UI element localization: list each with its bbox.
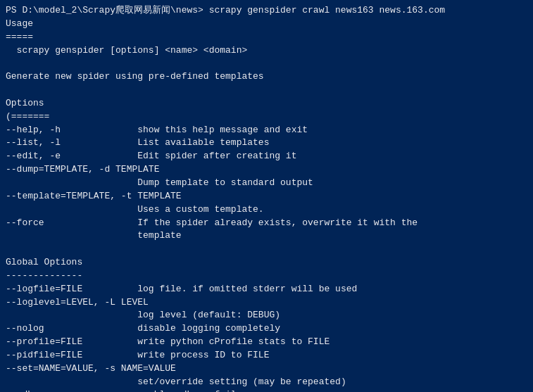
line-21: -------------- xyxy=(6,270,527,283)
line-8: Options xyxy=(6,97,527,110)
line-9: (======= xyxy=(6,110,527,124)
line-17: --force If the spider already exists, ov… xyxy=(6,217,527,230)
line-26: --profile=FILE write python cProfile sta… xyxy=(6,336,527,349)
line-2: Usage xyxy=(6,18,527,31)
line-14: Dump template to standard output xyxy=(6,177,527,190)
line-13: --dump=TEMPLATE, -d TEMPLATE xyxy=(6,163,527,177)
line-5 xyxy=(6,57,527,70)
line-11: --list, -l List available templates xyxy=(6,137,527,150)
line-4: scrapy genspider [options] <name> <domai… xyxy=(6,44,527,58)
line-30: --pdb enable pdb on failure xyxy=(6,388,527,392)
line-1: PS D:\model_2\Scrapy爬取网易新闻\news> scrapy … xyxy=(6,4,527,18)
line-27: --pidfile=FILE write process ID to FILE xyxy=(6,349,527,362)
line-28: --set=NAME=VALUE, -s NAME=VALUE xyxy=(6,362,527,376)
line-22: --logfile=FILE log file. if omitted stde… xyxy=(6,283,527,296)
line-12: --edit, -e Edit spider after creating it xyxy=(6,150,527,163)
line-18: template xyxy=(6,229,527,243)
line-25: --nolog disable logging completely xyxy=(6,322,527,336)
line-29: set/override setting (may be repeated) xyxy=(6,376,527,389)
line-19 xyxy=(6,243,527,256)
line-16: Uses a custom template. xyxy=(6,203,527,217)
line-23: --loglevel=LEVEL, -L LEVEL xyxy=(6,296,527,310)
line-20: Global Options xyxy=(6,256,527,270)
line-10: --help, -h show this help message and ex… xyxy=(6,124,527,137)
terminal-window: PS D:\model_2\Scrapy爬取网易新闻\news> scrapy … xyxy=(0,0,533,392)
line-24: log level (default: DEBUG) xyxy=(6,309,527,322)
line-15: --template=TEMPLATE, -t TEMPLATE xyxy=(6,190,527,203)
line-3: ===== xyxy=(6,31,527,44)
line-6: Generate new spider using pre-defined te… xyxy=(6,70,527,84)
line-7 xyxy=(6,84,527,97)
